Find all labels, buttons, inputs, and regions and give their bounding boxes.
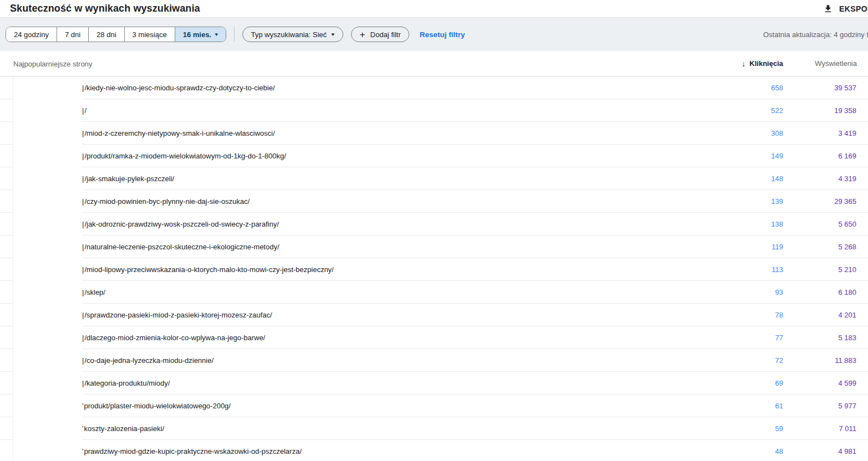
page-cell: |/produkt/ramka-z-miodem-wielokwiatowym-… (82, 145, 868, 167)
page-url-text: /sprawdzone-pasieki-miod-z-pasieki-ktore… (84, 311, 272, 319)
impressions-value: 39 537 (834, 76, 856, 99)
table-row[interactable]: |/jak-odroznic-prawdziwy-wosk-pszczeli-o… (0, 213, 868, 235)
page-url-link[interactable]: |/jak-smakuje-pylek-pszczeli/ (82, 175, 174, 183)
page-cell: |/kategoria-produktu/miody/ (82, 372, 868, 395)
date-range-24-godziny[interactable]: 24 godziny (6, 27, 57, 42)
table-row[interactable]: 'produkt/plaster-miodu-wielokwiatowego-2… (0, 395, 868, 417)
clicks-value: 138 (771, 213, 783, 235)
clicks-value: 139 (771, 190, 783, 213)
clipped-url-fragment: | (82, 175, 84, 183)
row-gutter-cell (0, 281, 13, 304)
impressions-value: 29 365 (834, 190, 856, 213)
table-row[interactable]: |/naturalne-leczenie-pszczol-skuteczne-i… (0, 235, 868, 258)
page-url-link[interactable]: |/miod-lipowy-przeciwwskazania-o-ktorych… (82, 265, 334, 274)
impressions-value: 5 977 (838, 395, 856, 417)
date-range-28-dni[interactable]: 28 dni (88, 27, 124, 42)
table-row[interactable]: |/dlaczego-miod-zmienia-kolor-co-wplywa-… (0, 326, 868, 349)
clipped-url-fragment: | (82, 379, 84, 387)
add-filter-button[interactable]: + Dodaj filtr (351, 27, 410, 42)
page-cell: |/ (82, 99, 868, 122)
column-header-impressions[interactable]: Wyświetlenia (815, 51, 857, 76)
page-title: Skuteczność w wynikach wyszukiwania (10, 3, 200, 14)
table-row[interactable]: |/sklep/936 180 (0, 281, 868, 304)
page-url-link[interactable]: |/sprawdzone-pasieki-miod-z-pasieki-ktor… (82, 311, 272, 319)
page-url-link[interactable]: |/jak-odroznic-prawdziwy-wosk-pszczeli-o… (82, 220, 279, 228)
page-url-text: / (84, 106, 87, 115)
date-range-7-dni[interactable]: 7 dni (57, 27, 88, 42)
table-row[interactable]: |/kiedy-nie-wolno-jesc-miodu-sprawdz-czy… (0, 76, 868, 99)
page-url-text: /jak-smakuje-pylek-pszczeli/ (84, 175, 174, 183)
page-cell: |/co-daje-jedna-lyzeczka-miodu-dziennie/ (82, 349, 868, 372)
table-row[interactable]: |/czy-miod-powinien-byc-plynny-nie-daj-s… (0, 190, 868, 213)
clipped-url-fragment: | (82, 243, 84, 251)
page-url-link[interactable]: |/kiedy-nie-wolno-jesc-miodu-sprawdz-czy… (82, 84, 275, 92)
row-gutter-cell (0, 235, 13, 258)
clicks-value: 93 (775, 281, 783, 304)
date-range-16-mies[interactable]: 16 mies.▾ (175, 27, 226, 42)
impressions-value: 4 981 (838, 440, 856, 461)
page-cell: |/jak-smakuje-pylek-pszczeli/ (82, 167, 868, 190)
page-url-link[interactable]: |/produkt/ramka-z-miodem-wielokwiatowym-… (82, 152, 286, 160)
row-gutter-cell (0, 258, 13, 281)
table-row[interactable]: 'prawdziwy-miod-gdzie-kupic-praktyczne-w… (0, 440, 868, 461)
table-row[interactable]: |/sprawdzone-pasieki-miod-z-pasieki-ktor… (0, 304, 868, 326)
chevron-down-icon: ▾ (331, 32, 334, 37)
table-row[interactable]: |/co-daje-jedna-lyzeczka-miodu-dziennie/… (0, 349, 868, 372)
impressions-value: 11 883 (835, 349, 856, 372)
clipped-url-fragment: | (82, 129, 84, 137)
table-row[interactable]: |/produkt/ramka-z-miodem-wielokwiatowym-… (0, 145, 868, 167)
page-url-link[interactable]: |/miod-z-czeremchy-nietypowy-smak-i-unik… (82, 129, 275, 137)
last-update-text: Ostatnia aktualizacja: 4 godziny temu (763, 30, 868, 39)
page-url-text: /miod-lipowy-przeciwwskazania-o-ktorych-… (84, 265, 333, 274)
reset-filters-link[interactable]: Resetuj filtry (419, 30, 465, 39)
clicks-value: 119 (771, 235, 783, 258)
table-row[interactable]: |/jak-smakuje-pylek-pszczeli/1484 319 (0, 167, 868, 190)
page-cell: |/czy-miod-powinien-byc-plynny-nie-daj-s… (82, 190, 868, 213)
row-gutter-cell (0, 395, 13, 417)
impressions-value: 6 169 (838, 145, 856, 167)
table-row[interactable]: |/kategoria-produktu/miody/694 599 (0, 372, 868, 395)
export-button[interactable]: EKSPORTUJ (823, 2, 868, 16)
page-url-link[interactable]: |/ (82, 106, 87, 115)
page-url-link[interactable]: 'prawdziwy-miod-gdzie-kupic-praktyczne-w… (82, 447, 302, 455)
table-row[interactable]: |/miod-z-czeremchy-nietypowy-smak-i-unik… (0, 122, 868, 145)
clicks-value: 522 (771, 99, 783, 122)
table-row[interactable]: |/52219 358 (0, 99, 868, 122)
date-range-3-miesiące[interactable]: 3 miesiące (124, 27, 175, 42)
chevron-down-icon: ▾ (215, 32, 218, 37)
clicks-value: 149 (771, 145, 783, 167)
page-cell: |/naturalne-leczenie-pszczol-skuteczne-i… (82, 235, 868, 258)
impressions-value: 4 599 (838, 372, 856, 395)
column-header-clicks[interactable]: ↓ Kliknięcia (742, 51, 783, 76)
clicks-value: 59 (775, 417, 783, 440)
page-url-text: produkt/plaster-miodu-wielokwiatowego-20… (84, 402, 230, 410)
page-url-text: koszty-zalozenia-pasieki/ (84, 424, 164, 433)
filter-separator (234, 27, 235, 42)
pages-table-body: |/kiedy-nie-wolno-jesc-miodu-sprawdz-czy… (0, 76, 868, 461)
page-url-link[interactable]: |/co-daje-jedna-lyzeczka-miodu-dziennie/ (82, 356, 214, 365)
page-url-link[interactable]: |/dlaczego-miod-zmienia-kolor-co-wplywa-… (82, 334, 265, 342)
search-type-filter[interactable]: Typ wyszukiwania: Sieć ▾ (242, 27, 343, 42)
page-url-link[interactable]: |/czy-miod-powinien-byc-plynny-nie-daj-s… (82, 197, 250, 206)
clipped-url-fragment: | (82, 288, 84, 296)
page-url-text: /sklep/ (84, 288, 105, 296)
page-url-link[interactable]: 'produkt/plaster-miodu-wielokwiatowego-2… (82, 402, 231, 410)
page-url-link[interactable]: |/kategoria-produktu/miody/ (82, 379, 170, 387)
page-url-text: prawdziwy-miod-gdzie-kupic-praktyczne-ws… (84, 447, 301, 455)
table-row[interactable]: 'koszty-zalozenia-pasieki/597 011 (0, 417, 868, 440)
clicks-value: 61 (775, 395, 783, 417)
page-url-link[interactable]: |/sklep/ (82, 288, 105, 296)
clicks-value: 113 (771, 258, 783, 281)
row-gutter-cell (0, 326, 13, 349)
table-header-row: Najpopularniejsze strony ↓ Kliknięcia Wy… (0, 51, 868, 76)
clicks-value: 308 (771, 122, 783, 145)
page-url-link[interactable]: |/naturalne-leczenie-pszczol-skuteczne-i… (82, 243, 280, 251)
clicks-value: 77 (775, 326, 783, 349)
date-range-tabs: 24 godziny7 dni28 dni3 miesiące16 mies.▾ (6, 27, 226, 42)
table-row[interactable]: |/miod-lipowy-przeciwwskazania-o-ktorych… (0, 258, 868, 281)
row-gutter-cell (0, 213, 13, 235)
page-url-link[interactable]: 'koszty-zalozenia-pasieki/ (82, 424, 164, 433)
add-filter-label: Dodaj filtr (370, 30, 401, 39)
clipped-url-fragment: | (82, 356, 84, 365)
clicks-value: 69 (775, 372, 783, 395)
